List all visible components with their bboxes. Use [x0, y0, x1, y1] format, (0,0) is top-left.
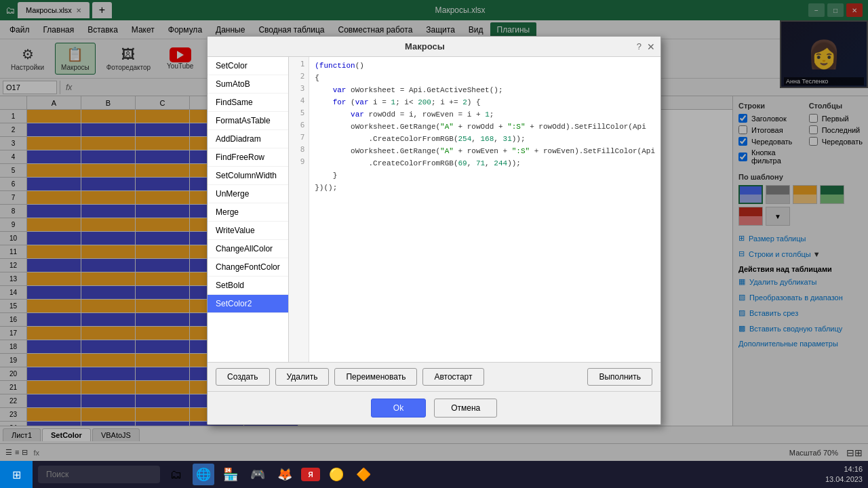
- line-4: 4: [289, 96, 309, 108]
- taskbar-icons: 🗂 🌐 🏪 🎮 🦊 Я 🟡 🔶: [165, 464, 374, 485]
- line-2: 2: [289, 72, 309, 84]
- task-icon-4[interactable]: 🎮: [247, 464, 269, 485]
- autostart-button[interactable]: Автостарт: [422, 368, 484, 386]
- task-icon-5[interactable]: 🦊: [274, 464, 296, 485]
- macros-modal: Макросы ? ✕ SetColor SumAtoB FindSame Fo…: [207, 36, 661, 425]
- macro-unmerge[interactable]: UnMerge: [208, 185, 288, 203]
- macro-setcolor2[interactable]: SetColor2: [208, 295, 288, 313]
- task-icon-7[interactable]: 🟡: [326, 464, 347, 485]
- task-icon-1[interactable]: 🗂: [165, 464, 187, 485]
- macro-changeallcolor[interactable]: ChangeAllColor: [208, 240, 288, 258]
- modal-help-icon[interactable]: ?: [637, 41, 642, 52]
- task-icon-2[interactable]: 🌐: [193, 464, 214, 485]
- modal-body: SetColor SumAtoB FindSame FormatAsTable …: [208, 57, 660, 362]
- macro-writevalue[interactable]: WriteValue: [208, 222, 288, 240]
- start-button[interactable]: ⊞: [0, 461, 33, 488]
- macro-findsame[interactable]: FindSame: [208, 94, 288, 112]
- modal-overlay: Макросы ? ✕ SetColor SumAtoB FindSame Fo…: [0, 0, 868, 461]
- taskbar: ⊞ 🗂 🌐 🏪 🎮 🦊 Я 🟡 🔶 14:1613.04.2023: [0, 461, 868, 488]
- task-icon-6[interactable]: Я: [301, 468, 320, 481]
- macro-list: SetColor SumAtoB FindSame FormatAsTable …: [208, 57, 289, 362]
- macro-merge[interactable]: Merge: [208, 203, 288, 222]
- code-panel: 1 2 3 4 5 6 7 8 9 (function() { var oWor…: [289, 57, 660, 362]
- macro-findfreerow[interactable]: FindFreeRow: [208, 148, 288, 167]
- modal-ok-row: Ok Отмена: [208, 391, 660, 424]
- ok-button[interactable]: Ok: [371, 399, 426, 418]
- line-1: 1: [289, 60, 309, 72]
- line-9: 9: [289, 157, 309, 169]
- code-content[interactable]: 1 2 3 4 5 6 7 8 9 (function() { var oWor…: [289, 57, 660, 362]
- line-numbers: 1 2 3 4 5 6 7 8 9: [289, 57, 309, 362]
- task-icon-3[interactable]: 🏪: [220, 464, 241, 485]
- rename-button[interactable]: Переименовать: [334, 368, 417, 386]
- delete-button[interactable]: Удалить: [275, 368, 330, 386]
- taskbar-right: 14:1613.04.2023: [825, 464, 868, 485]
- macro-setcolumnwidth[interactable]: SetColumnWidth: [208, 167, 288, 185]
- macro-formatasable[interactable]: FormatAsTable: [208, 112, 288, 130]
- task-icon-8[interactable]: 🔶: [353, 464, 374, 485]
- modal-title-bar: Макросы ? ✕: [208, 37, 660, 57]
- taskbar-search[interactable]: [38, 466, 160, 483]
- cancel-button[interactable]: Отмена: [434, 399, 497, 418]
- modal-close-button[interactable]: ✕: [647, 41, 655, 52]
- macro-changefontcolor[interactable]: ChangeFontColor: [208, 258, 288, 277]
- code-editor[interactable]: (function() { var oWorksheet = Api.GetAc…: [309, 57, 660, 362]
- execute-button[interactable]: Выполнить: [587, 368, 652, 386]
- macro-setcolor[interactable]: SetColor: [208, 57, 288, 75]
- modal-footer: Создать Удалить Переименовать Автостарт …: [208, 362, 660, 391]
- line-5: 5: [289, 108, 309, 121]
- taskbar-time: 14:1613.04.2023: [825, 464, 863, 485]
- line-3: 3: [289, 84, 309, 96]
- line-8: 8: [289, 145, 309, 157]
- macro-setbold[interactable]: SetBold: [208, 277, 288, 295]
- modal-title: Макросы: [213, 41, 637, 52]
- line-6: 6: [289, 121, 309, 133]
- macro-sumatob[interactable]: SumAtoB: [208, 75, 288, 94]
- app-window: 🗂 Макросы.xlsx ✕ + Макросы.xlsx − □ ✕ Фа…: [0, 0, 868, 461]
- macro-adddiadram[interactable]: AddDiadram: [208, 130, 288, 148]
- create-button[interactable]: Создать: [216, 368, 270, 386]
- line-7: 7: [289, 133, 309, 145]
